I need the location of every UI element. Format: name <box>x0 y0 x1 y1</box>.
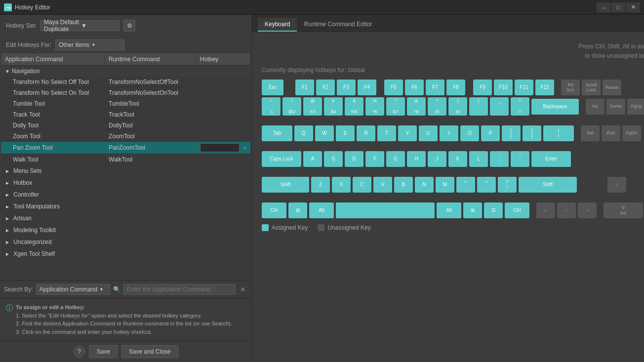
table-row[interactable]: Transform No Select On Tool TransformNoS… <box>1 87 250 98</box>
key-7[interactable]: &*8 <box>407 97 426 115</box>
save-button[interactable]: Save <box>89 345 117 358</box>
key-1[interactable]: !@2 <box>282 97 301 115</box>
table-row[interactable]: Track Tool TrackTool <box>1 109 250 120</box>
key-s[interactable]: S <box>324 151 343 167</box>
key-arrow-up[interactable]: ↑ <box>607 177 626 193</box>
key-tab[interactable]: Tab <box>262 125 292 141</box>
key-d[interactable]: D <box>345 151 363 167</box>
section-tool-manipulators[interactable]: ► Tool Manipulators <box>1 201 250 212</box>
key-m[interactable]: M <box>436 177 454 193</box>
key-lbrace[interactable]: {[ <box>502 125 521 141</box>
key-del[interactable]: Del <box>581 125 600 141</box>
edit-hotkeys-dropdown[interactable]: Other items ▼ <box>55 40 124 50</box>
key-semicolon[interactable]: :; <box>490 151 509 167</box>
key-qmark[interactable]: ?/ <box>498 177 517 193</box>
key-minus[interactable]: _- <box>490 97 509 115</box>
key-prtscn[interactable]: PrtScn <box>561 80 580 95</box>
tab-keyboard[interactable]: Keyboard <box>258 18 297 32</box>
clear-hotkey-button[interactable]: ✕ <box>241 144 248 152</box>
tab-runtime-command-editor[interactable]: Runtime Command Editor <box>297 18 379 32</box>
category-navigation[interactable]: ▼ Navigation <box>1 66 250 77</box>
key-right-shift[interactable]: Shift <box>519 177 577 193</box>
key-quote[interactable]: "' <box>511 151 529 167</box>
section-xgen-tool-shelf[interactable]: ► Xgen Tool Shelf <box>1 248 250 260</box>
key-8[interactable]: *(9 <box>428 97 446 115</box>
key-pgup[interactable]: PgUp <box>627 99 644 115</box>
key-n[interactable]: N <box>415 177 434 193</box>
key-l[interactable]: L <box>469 151 488 167</box>
hotkey-set-dropdown[interactable]: Maya Default Duplicate ▼ <box>40 20 120 31</box>
key-z[interactable]: Z <box>311 177 330 193</box>
key-f5[interactable]: F5 <box>384 80 403 95</box>
key-b[interactable]: B <box>394 177 413 193</box>
key-backspace[interactable]: Backspace <box>531 99 579 115</box>
key-f8[interactable]: F8 <box>446 80 465 95</box>
key-f12[interactable]: F12 <box>535 80 554 95</box>
gear-button[interactable]: ⚙ <box>123 20 135 32</box>
key-f9[interactable]: F9 <box>473 80 492 95</box>
key-caps-lock[interactable]: Caps Lock <box>262 151 301 167</box>
section-menu-sets[interactable]: ► Menu Sets <box>1 165 250 177</box>
key-scroll-lock[interactable]: ScrollLock <box>582 80 601 95</box>
key-4[interactable]: $%5 <box>345 97 363 115</box>
key-k[interactable]: K <box>448 151 467 167</box>
key-5[interactable]: %^6 <box>365 97 384 115</box>
key-right-ctrl[interactable]: Ctrl <box>505 202 529 218</box>
key-arrow-right[interactable]: → <box>578 202 597 218</box>
table-row-selected[interactable]: Pan Zoom Tool PanZoomTool ✕ ▶ <box>1 142 250 154</box>
maximize-button[interactable]: □ <box>611 2 625 12</box>
key-enter[interactable]: Enter <box>531 151 571 167</box>
key-left-ctrl[interactable]: Ctrl <box>262 202 286 218</box>
key-j[interactable]: J <box>428 151 446 167</box>
key-f6[interactable]: F6 <box>405 80 424 95</box>
key-2[interactable]: @#3 <box>303 97 322 115</box>
key-space[interactable] <box>336 202 435 218</box>
table-row[interactable]: Dolly Tool DollyTool <box>1 120 250 131</box>
hotkey-cell[interactable]: ✕ ▶ <box>196 142 250 154</box>
key-w[interactable]: W <box>315 125 334 141</box>
key-q[interactable]: Q <box>294 125 313 141</box>
key-v[interactable]: V <box>373 177 392 193</box>
key-f7[interactable]: F7 <box>426 80 444 95</box>
key-f2[interactable]: F2 <box>316 80 335 95</box>
key-e[interactable]: E <box>336 125 355 141</box>
section-hotbox[interactable]: ► Hotbox <box>1 177 250 189</box>
table-row[interactable]: Transform No Select Off Tool TransformNo… <box>1 77 250 87</box>
key-6[interactable]: ^&7 <box>386 97 405 115</box>
key-right-win[interactable]: ⊞ <box>463 202 482 218</box>
key-3[interactable]: #$4 <box>324 97 343 115</box>
key-left-alt[interactable]: Alt <box>309 202 334 218</box>
help-button[interactable]: ? <box>73 346 85 358</box>
save-close-button[interactable]: Save and Close <box>121 345 178 358</box>
close-button[interactable]: ✕ <box>626 2 640 12</box>
key-9[interactable]: ()0 <box>448 97 467 115</box>
table-row[interactable]: Tumble Tool TumbleTool <box>1 98 250 109</box>
key-p[interactable]: P <box>481 125 500 141</box>
key-g[interactable]: G <box>386 151 405 167</box>
key-pause[interactable]: Pause <box>603 80 621 95</box>
key-end[interactable]: End <box>602 125 620 141</box>
key-left-shift[interactable]: Shift <box>262 177 309 193</box>
options-hotkey-button[interactable]: ▶ <box>249 144 250 152</box>
key-tilde[interactable]: ~`1 <box>262 97 281 115</box>
key-h[interactable]: H <box>407 151 426 167</box>
key-0[interactable]: )- <box>469 97 488 115</box>
minimize-button[interactable]: – <box>597 2 610 12</box>
key-backslash[interactable]: |\ <box>543 125 574 141</box>
key-c[interactable]: C <box>353 177 371 193</box>
search-clear-button[interactable]: ✕ <box>239 285 247 294</box>
key-r[interactable]: R <box>357 125 375 141</box>
key-left-win[interactable]: ⊞ <box>288 202 307 218</box>
key-plus[interactable]: += <box>511 97 529 115</box>
section-uncategorized[interactable]: ► Uncategorized <box>1 236 250 248</box>
search-input[interactable] <box>123 284 236 295</box>
table-row[interactable]: Zoom Tool ZoomTool <box>1 131 250 142</box>
key-t[interactable]: T <box>377 125 396 141</box>
key-lt[interactable]: <, <box>456 177 475 193</box>
key-home[interactable]: home <box>606 99 625 115</box>
key-arrow-down[interactable]: ↓ <box>557 202 576 218</box>
key-esc[interactable]: Esc <box>262 80 283 95</box>
key-ins[interactable]: Ins <box>586 99 604 115</box>
key-menu[interactable]: ☰ <box>484 202 503 218</box>
key-arrow-left[interactable]: ← <box>536 202 555 218</box>
